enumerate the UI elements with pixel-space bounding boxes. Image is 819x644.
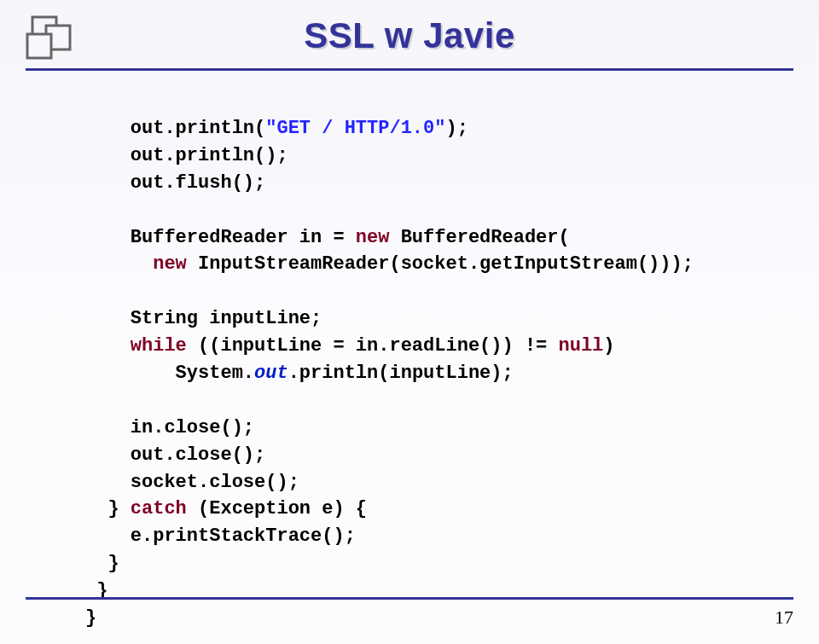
code-keyword: while [131,335,187,357]
code-text: } [85,498,131,519]
code-text: in.close(); [85,417,254,438]
code-text: } [85,607,96,629]
code-text: BufferedReader( [389,227,569,248]
code-text: ((inputLine = in.readLine()) != [187,335,559,357]
code-text: e.printStackTrace(); [85,525,356,547]
code-text: String inputLine; [85,308,322,329]
code-text: .println(inputLine); [288,363,514,384]
code-text: socket.close(); [85,472,299,493]
code-text: (Exception e) { [187,498,367,519]
code-text: InputStreamReader(socket.getInputStream(… [187,253,694,275]
bottom-rule [26,597,793,600]
code-text: ); [445,118,468,139]
code-text: } [85,553,119,574]
slide: SSL w Javie out.println("GET / HTTP/1.0"… [0,0,819,644]
code-text: out.flush(); [85,172,265,194]
code-keyword: new [356,227,390,248]
code-text: out.println(); [85,145,288,166]
code-text: System. [85,363,254,384]
code-string: "GET / HTTP/1.0" [265,118,445,139]
code-keyword: catch [131,498,187,519]
code-block: out.println("GET / HTTP/1.0"); out.print… [85,115,694,632]
slide-title: SSL w Javie [304,15,515,55]
top-rule [26,68,793,71]
page-number: 17 [775,606,793,629]
code-field: out [254,363,288,384]
code-text: ) [603,335,614,357]
code-keyword: new [153,253,187,275]
title-wrap: SSL w Javie [0,15,819,56]
code-text: out.close(); [85,444,265,466]
code-keyword: null [559,335,604,357]
code-text: out.println( [85,118,265,139]
code-text: BufferedReader in = [85,227,356,248]
